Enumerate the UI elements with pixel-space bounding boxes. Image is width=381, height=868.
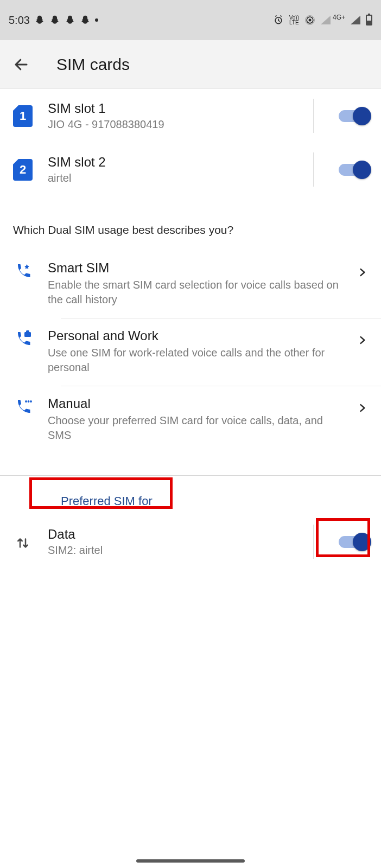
back-button[interactable]	[13, 56, 29, 73]
divider	[313, 152, 314, 187]
divider	[313, 525, 314, 559]
sim-slot-1-row[interactable]: 1 SIM slot 1 JIO 4G - 917088380419	[0, 89, 381, 143]
sim-1-badge-icon: 1	[13, 105, 33, 127]
option-title: Personal and Work	[48, 328, 342, 343]
snapchat-icon	[80, 15, 91, 25]
sim-slot-2-row[interactable]: 2 SIM slot 2 airtel	[0, 143, 381, 196]
sim-1-subtitle: JIO 4G - 917088380419	[48, 118, 298, 131]
chevron-right-icon	[357, 267, 368, 278]
section-divider	[0, 475, 381, 476]
data-subtitle: SIM2: airtel	[48, 544, 298, 557]
battery-icon	[366, 15, 372, 25]
divider	[313, 99, 314, 133]
snapchat-icon	[34, 15, 45, 25]
sim-2-subtitle: airtel	[48, 172, 298, 184]
network-type-text: 4G+	[333, 14, 345, 21]
hotspot-icon	[304, 15, 315, 25]
option-title: Manual	[48, 396, 342, 411]
clock-text: 5:03	[9, 14, 30, 27]
phone-star-icon	[13, 263, 33, 282]
chevron-right-icon	[357, 335, 368, 346]
volte-icon: Vo))LTE	[289, 15, 299, 25]
sim-1-toggle[interactable]	[339, 110, 368, 122]
snapchat-icon	[49, 15, 60, 25]
option-title: Smart SIM	[48, 260, 342, 276]
signal-sim2-icon	[351, 16, 360, 24]
svg-point-6	[25, 400, 27, 403]
highlight-box-2	[316, 518, 370, 557]
option-smart-sim[interactable]: Smart SIM Enable the smart SIM card sele…	[0, 251, 381, 318]
svg-point-1	[308, 19, 311, 22]
chevron-right-icon	[357, 403, 368, 413]
sim-1-title: SIM slot 1	[48, 101, 298, 116]
more-notifications-dot	[95, 18, 98, 22]
sim-2-badge-icon: 2	[13, 159, 33, 181]
page-title: SIM cards	[56, 55, 130, 74]
data-title: Data	[48, 527, 298, 542]
highlight-box-1	[29, 477, 173, 509]
svg-point-8	[30, 400, 32, 403]
svg-point-7	[28, 400, 30, 403]
option-subtitle: Use one SIM for work-related voice calls…	[48, 346, 342, 375]
alarm-icon	[273, 15, 284, 25]
dual-sim-question: Which Dual SIM usage best describes you?	[0, 196, 381, 251]
phone-briefcase-icon	[13, 330, 33, 350]
data-arrows-icon	[13, 533, 33, 553]
option-subtitle: Choose your preferred SIM card for voice…	[48, 413, 342, 443]
sim-2-toggle[interactable]	[339, 164, 368, 176]
snapchat-icon	[65, 15, 75, 25]
sim-2-title: SIM slot 2	[48, 155, 298, 170]
option-manual[interactable]: Manual Choose your preferred SIM card fo…	[0, 386, 381, 454]
nav-handle[interactable]	[136, 859, 245, 863]
svg-rect-5	[26, 330, 29, 333]
app-bar: SIM cards	[0, 40, 381, 89]
option-subtitle: Enable the smart SIM card selection for …	[48, 278, 342, 307]
signal-sim1-icon	[321, 16, 331, 24]
phone-dots-icon	[13, 398, 33, 418]
status-bar: 5:03 Vo))LTE 4G+	[0, 0, 381, 40]
option-personal-work[interactable]: Personal and Work Use one SIM for work-r…	[0, 318, 381, 386]
